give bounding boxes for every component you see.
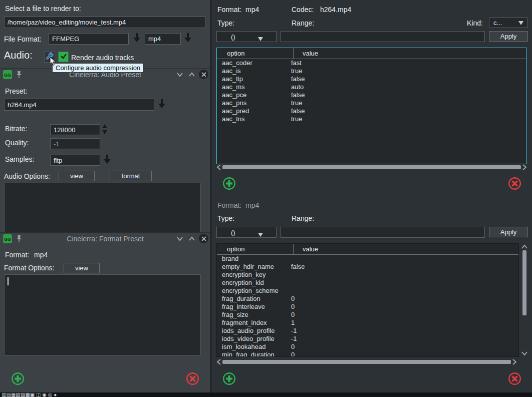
cell-option: aac_pred [217,107,291,115]
cell-option: aac_ms [217,83,291,91]
preset-input[interactable] [4,99,154,111]
apply-button[interactable]: Apply [489,227,528,237]
format-preset-titlebar[interactable]: GG Cinelerra: Format Preset [0,232,210,245]
table-row[interactable]: encryption_kid [217,279,518,287]
table-row[interactable]: brand [217,255,518,263]
format-preset-window: GG Cinelerra: Format Preset Format: mp4 … [0,232,210,357]
delete-option-button-format[interactable] [508,372,521,387]
container-format-input[interactable] [145,33,181,45]
pin-icon[interactable] [16,71,23,81]
delete-option-button-left[interactable] [186,372,199,387]
table-row[interactable]: min_frag_duration0 [217,351,518,357]
table-row[interactable]: empty_hdlr_namefalse [217,263,518,271]
format-options-rows: brandempty_hdlr_namefalseencryption_keye… [217,255,518,357]
cell-value: fast [291,59,526,67]
table-row[interactable]: encryption_scheme [217,287,518,295]
cell-option: aac_tns [217,115,291,123]
add-option-button-format[interactable] [222,372,236,387]
vscroll-thumb[interactable] [522,250,526,315]
type-dropdown[interactable]: () [216,227,277,238]
quality-input[interactable] [50,138,100,149]
close-button[interactable] [199,234,208,243]
table-row[interactable]: aac_pnstrue [217,99,526,107]
pin-icon[interactable] [16,235,23,245]
table-row[interactable]: iods_audio_profile-1 [217,327,518,335]
table-row[interactable]: aac_ltpfalse [217,75,526,83]
preset-dropdown-icon[interactable] [157,98,167,111]
audio-view-button[interactable]: view [59,171,95,181]
file-format-input[interactable] [49,33,129,45]
audio-table-hscrollbar[interactable] [216,164,527,170]
table-row[interactable]: fragment_index1 [217,319,518,327]
cell-value: auto [291,83,526,91]
scroll-up-icon[interactable] [521,243,527,250]
svg-text:GG: GG [4,237,11,242]
format-label: Format: [217,201,241,209]
quality-label: Quality: [5,139,29,147]
format-table-vscrollbar[interactable] [521,243,528,357]
close-icon [201,234,206,243]
output-path-input[interactable] [4,17,205,28]
cell-option: encryption_key [217,271,291,279]
shade-down-button[interactable] [175,234,184,243]
samples-dropdown-icon[interactable] [102,154,112,167]
shade-up-button[interactable] [187,70,196,79]
hscroll-thumb[interactable] [222,165,521,169]
audio-options-textarea[interactable] [4,183,201,233]
shade-down-button[interactable] [175,70,184,79]
format-options-table[interactable]: option value brandempty_hdlr_namefalseen… [216,243,519,357]
scroll-down-icon[interactable] [521,350,527,357]
scroll-right-icon[interactable] [512,359,517,365]
type-dropdown[interactable]: () [216,31,277,42]
table-row[interactable]: encryption_key [217,271,518,279]
delete-option-button-audio[interactable] [508,177,521,192]
table-row[interactable]: aac_istrue [217,67,526,75]
hscroll-thumb[interactable] [222,360,511,364]
bitrate-input[interactable] [50,124,100,135]
format-value: mp4 [245,6,259,14]
scroll-right-icon[interactable] [522,164,527,170]
cinelerra-render-dialogs: { "left": { "select_label": "Select a fi… [0,0,532,397]
table-row[interactable]: aac_pcefalse [217,91,526,99]
table-row[interactable]: iods_video_profile-1 [217,335,518,343]
table-row[interactable]: aac_tnstrue [217,115,526,123]
table-row[interactable]: aac_coderfast [217,59,526,67]
range-input[interactable] [281,31,485,42]
table-row[interactable]: frag_size0 [217,311,518,319]
kind-dropdown[interactable]: c... [489,18,528,28]
apply-button[interactable]: Apply [489,31,528,42]
format-options-textarea[interactable] [4,274,201,355]
range-input[interactable] [281,227,485,238]
container-dropdown-icon[interactable] [183,32,193,45]
add-option-button-audio[interactable] [222,177,236,192]
audio-options-table[interactable]: option value aac_coderfastaac_istrueaac_… [216,48,527,164]
scroll-left-icon[interactable] [216,359,221,365]
render-audio-checkbox[interactable] [58,52,69,62]
scroll-left-icon[interactable] [216,164,221,170]
preset-label: Preset: [5,87,27,95]
cell-option: aac_pns [217,99,291,107]
type-label: Type: [217,19,234,27]
table-row[interactable]: frag_interleave0 [217,303,518,311]
cell-option: aac_ltp [217,75,291,83]
x-icon [186,378,199,387]
format-view-button[interactable]: view [64,263,100,273]
cell-value: -1 [291,327,518,335]
taskbar[interactable]: ▥▤▦▧▨▩▣ ◫ ◉ ◎ ● [0,392,532,397]
add-option-button-left[interactable] [11,372,25,387]
app-icon: GG [3,234,12,245]
table-row[interactable]: ism_lookahead0 [217,343,518,351]
x-icon [508,378,521,387]
cell-value [291,271,518,279]
audio-format-button[interactable]: format [110,171,152,181]
table-row[interactable]: aac_predfalse [217,107,526,115]
shade-up-button[interactable] [187,234,196,243]
samples-input[interactable] [50,155,100,166]
file-format-dropdown-icon[interactable] [132,32,142,45]
format-table-hscrollbar[interactable] [216,358,517,365]
close-button[interactable] [199,70,208,79]
bitrate-spinner[interactable] [101,123,108,137]
table-row[interactable]: frag_duration0 [217,295,518,303]
render-dialog-panel: Select a file to render to: File Format:… [0,0,210,393]
table-row[interactable]: aac_msauto [217,83,526,91]
